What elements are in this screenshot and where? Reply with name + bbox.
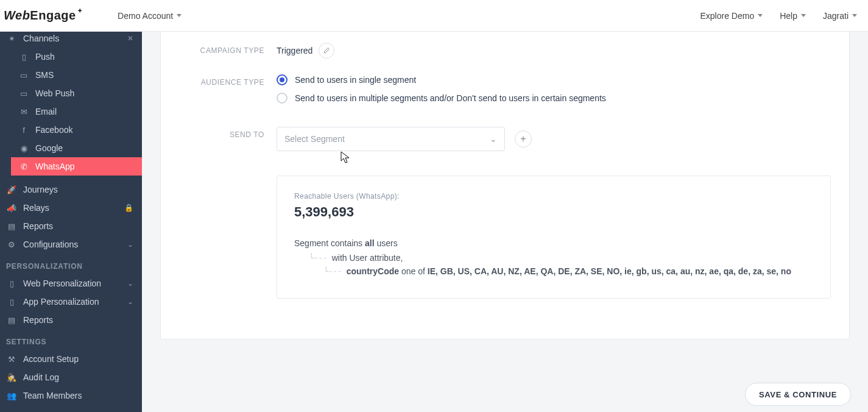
row-send-to: SEND TO Select Segment ⌄ + Reachable Use… bbox=[161, 127, 849, 299]
audience-type-label: AUDIENCE TYPE bbox=[161, 74, 277, 87]
account-setup-icon: ⚒ bbox=[6, 355, 17, 364]
radio-icon bbox=[277, 74, 288, 85]
sidebar-item-push[interactable]: ▯ Push bbox=[0, 48, 142, 66]
add-segment-button[interactable]: + bbox=[515, 130, 532, 147]
edit-campaign-type-button[interactable] bbox=[319, 43, 334, 59]
radio-single-segment[interactable]: Send to users in single segment bbox=[277, 74, 831, 85]
sidebar-item-reports-2[interactable]: ▤ Reports bbox=[0, 311, 142, 329]
sidebar-item-app-personalization[interactable]: ▯ App Personalization ⌄ bbox=[0, 293, 142, 311]
app-personalization-icon: ▯ bbox=[6, 297, 17, 307]
lock-icon: 🔒 bbox=[124, 204, 133, 212]
radio-icon bbox=[277, 93, 288, 104]
sidebar-label: Audit Log bbox=[23, 372, 59, 382]
reach-value: 5,399,693 bbox=[294, 204, 813, 220]
sidebar-item-whatsapp[interactable]: ✆ WhatsApp bbox=[11, 157, 142, 176]
send-to-label: SEND TO bbox=[161, 127, 277, 139]
reach-title: Reachable Users (WhatsApp): bbox=[294, 192, 813, 201]
sidebar-item-relays[interactable]: 📣 Relays 🔒 bbox=[0, 199, 142, 217]
plus-icon: + bbox=[520, 133, 526, 144]
chevron-down-icon bbox=[801, 14, 806, 17]
sidebar-label: Facebook bbox=[35, 125, 72, 135]
sidebar-item-reports[interactable]: ▤ Reports bbox=[0, 217, 142, 235]
sidebar-item-google[interactable]: ◉ Google bbox=[0, 139, 142, 157]
chevron-down-icon bbox=[758, 14, 763, 17]
campaign-card: CAMPAIGN TYPE Triggered AUDIENCE TYPE Se… bbox=[160, 32, 850, 339]
sidebar-label: Team Members bbox=[23, 391, 82, 400]
sidebar-label: App Personalization bbox=[23, 297, 99, 307]
phone-icon: ▯ bbox=[18, 52, 29, 62]
sidebar-label: SMS bbox=[35, 70, 54, 80]
sidebar-label: Email bbox=[35, 107, 57, 116]
segment-select[interactable]: Select Segment ⌄ bbox=[277, 127, 505, 151]
channels-label: Channels bbox=[23, 34, 59, 43]
sidebar-channels-header[interactable]: ✴ Channels ✕ bbox=[0, 32, 142, 48]
chevron-down-icon: ⌄ bbox=[127, 297, 133, 306]
sidebar-label: Reports bbox=[23, 315, 53, 325]
logo: WebEngage ✦ bbox=[4, 9, 81, 23]
sidebar-label: Configurations bbox=[23, 240, 78, 249]
save-continue-button[interactable]: SAVE & CONTINUE bbox=[745, 383, 851, 406]
sidebar-item-configurations[interactable]: ⚙ Configurations ⌄ bbox=[0, 235, 142, 254]
account-label: Demo Account bbox=[118, 11, 173, 21]
sidebar-section-settings: SETTINGS bbox=[0, 329, 142, 350]
sms-icon: ▭ bbox=[18, 71, 29, 80]
chevron-down-icon: ⌄ bbox=[127, 240, 133, 249]
help-link[interactable]: Help bbox=[780, 11, 806, 21]
segment-contains-line: Segment contains all users bbox=[294, 238, 813, 248]
top-header: WebEngage ✦ Demo Account Explore Demo He… bbox=[0, 0, 868, 32]
user-menu[interactable]: Jagrati bbox=[823, 11, 857, 21]
sidebar-section-personalization: PERSONALIZATION bbox=[0, 254, 142, 274]
user-label: Jagrati bbox=[823, 11, 849, 21]
sidebar-item-account-setup[interactable]: ⚒ Account Setup bbox=[0, 350, 142, 368]
sidebar-item-team-members[interactable]: 👥 Team Members bbox=[0, 386, 142, 405]
explore-label: Explore Demo bbox=[700, 11, 754, 21]
reachability-panel: Reachable Users (WhatsApp): 5,399,693 Se… bbox=[277, 176, 831, 299]
sidebar-item-sms[interactable]: ▭ SMS bbox=[0, 66, 142, 84]
sidebar-item-audit-log[interactable]: 🕵 Audit Log bbox=[0, 368, 142, 386]
chevron-down-icon bbox=[177, 14, 182, 17]
sidebar-item-facebook[interactable]: f Facebook bbox=[0, 121, 142, 139]
sidebar-label: Web Personalization bbox=[23, 279, 101, 288]
sidebar-label: Relays bbox=[23, 203, 49, 213]
relays-icon: 📣 bbox=[6, 204, 17, 213]
sidebar-item-email[interactable]: ✉ Email bbox=[0, 102, 142, 121]
pencil-icon bbox=[323, 47, 330, 54]
sidebar-label: Push bbox=[35, 52, 55, 62]
radio-multi-segment[interactable]: Send to users in multiple segments and/o… bbox=[277, 93, 831, 104]
audit-log-icon: 🕵 bbox=[6, 373, 17, 382]
configurations-icon: ⚙ bbox=[6, 240, 17, 249]
reports-icon: ▤ bbox=[6, 316, 17, 325]
sidebar-label: Reports bbox=[23, 221, 53, 231]
row-audience-type: AUDIENCE TYPE Send to users in single se… bbox=[161, 74, 849, 111]
account-switcher[interactable]: Demo Account bbox=[118, 11, 182, 21]
help-label: Help bbox=[780, 11, 797, 21]
save-label: SAVE & CONTINUE bbox=[759, 390, 837, 399]
segment-attr-line: └--- with User attribute, bbox=[309, 253, 813, 263]
channels-icon: ✴ bbox=[6, 34, 17, 43]
campaign-type-label: CAMPAIGN TYPE bbox=[161, 43, 277, 55]
sidebar-label: Account Setup bbox=[23, 354, 79, 364]
segment-country-line: └--- countryCode one of IE, GB, US, CA, … bbox=[323, 266, 813, 276]
radio-label: Send to users in multiple segments and/o… bbox=[295, 93, 606, 103]
sidebar-label: Web Push bbox=[35, 88, 74, 98]
email-icon: ✉ bbox=[18, 107, 29, 116]
webpush-icon: ▭ bbox=[18, 89, 29, 98]
tree-branch-icon: └--- bbox=[323, 266, 342, 276]
sidebar-label: WhatsApp bbox=[35, 162, 75, 171]
journeys-icon: 🚀 bbox=[6, 185, 17, 194]
google-icon: ◉ bbox=[18, 144, 29, 153]
close-icon[interactable]: ✕ bbox=[127, 34, 133, 43]
chevron-down-icon: ⌄ bbox=[490, 134, 497, 144]
chevron-down-icon: ⌄ bbox=[127, 279, 133, 288]
team-members-icon: 👥 bbox=[6, 391, 17, 400]
whatsapp-icon: ✆ bbox=[18, 162, 29, 171]
web-personalization-icon: ▯ bbox=[6, 279, 17, 288]
sidebar: ✴ Channels ✕ ▯ Push ▭ SMS ▭ Web Push ✉ E… bbox=[0, 32, 142, 412]
row-campaign-type: CAMPAIGN TYPE Triggered bbox=[161, 43, 849, 59]
sidebar-item-journeys[interactable]: 🚀 Journeys bbox=[0, 180, 142, 199]
sidebar-item-webpush[interactable]: ▭ Web Push bbox=[0, 84, 142, 102]
segment-placeholder: Select Segment bbox=[284, 134, 345, 144]
explore-demo-link[interactable]: Explore Demo bbox=[700, 11, 763, 21]
main-area: CAMPAIGN TYPE Triggered AUDIENCE TYPE Se… bbox=[142, 32, 868, 412]
sidebar-item-web-personalization[interactable]: ▯ Web Personalization ⌄ bbox=[0, 274, 142, 293]
